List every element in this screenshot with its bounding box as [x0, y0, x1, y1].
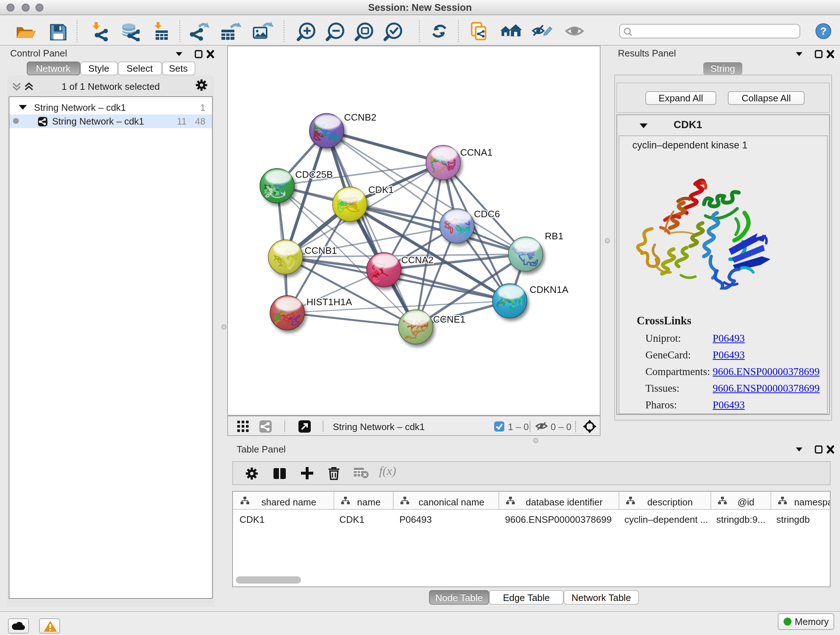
svg-text:CCNB2: CCNB2 [344, 112, 376, 123]
svg-text:CDK1: CDK1 [368, 184, 393, 195]
svg-text:CCNA2: CCNA2 [401, 255, 433, 265]
svg-text:CDC6: CDC6 [474, 209, 500, 219]
svg-text:HIST1H1A: HIST1H1A [306, 296, 352, 307]
svg-text:CCNA1: CCNA1 [460, 147, 493, 158]
svg-text:CCNB1: CCNB1 [305, 245, 337, 256]
svg-text:RB1: RB1 [545, 231, 563, 241]
svg-text:CCNE1: CCNE1 [433, 314, 465, 325]
svg-text:?: ? [820, 25, 827, 37]
svg-text:CDC25B: CDC25B [295, 169, 333, 180]
svg-text:CDKN1A: CDKN1A [530, 284, 568, 295]
